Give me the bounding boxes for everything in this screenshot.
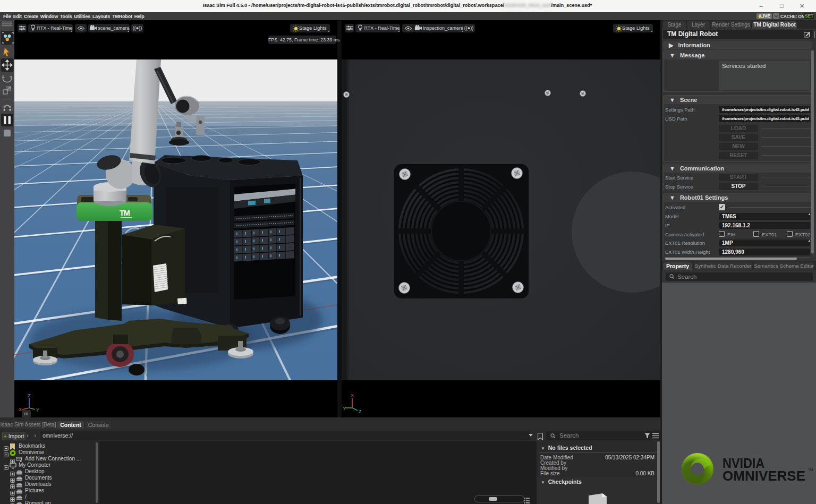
svg-text:TM: TM	[808, 468, 813, 472]
svg-text:Y: Y	[343, 406, 346, 411]
svg-text:OMNIVERSE: OMNIVERSE	[722, 468, 805, 484]
svg-text:X: X	[351, 393, 354, 398]
svg-text:Y: Y	[36, 407, 39, 413]
svg-text:Z: Z	[28, 393, 31, 398]
svg-text:TM: TM	[120, 209, 130, 217]
svg-text:Z: Z	[359, 409, 362, 414]
